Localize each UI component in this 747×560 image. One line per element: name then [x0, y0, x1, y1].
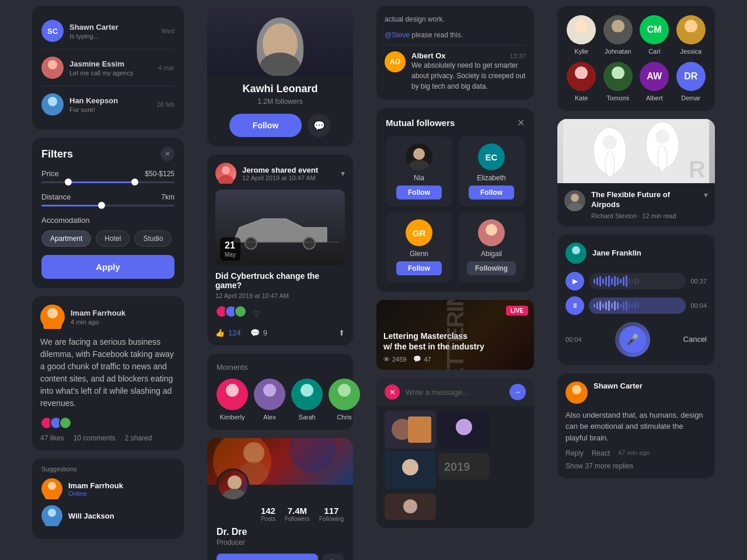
mutual-close-icon[interactable]: ✕ — [517, 117, 525, 128]
svg-rect-41 — [408, 416, 431, 443]
person-jessica[interactable]: Jessica — [676, 15, 706, 55]
avatar-shawn-reply — [566, 382, 588, 404]
profile-message-button[interactable]: Message — [217, 554, 318, 560]
apartment-option[interactable]: Apartment — [41, 230, 91, 247]
live-badge: LIVE — [506, 306, 528, 316]
avatar-jessica — [676, 15, 706, 44]
message-item-han[interactable]: Han Keepson For sure! 28 feb — [41, 89, 174, 120]
suggestions-card: Suggestions Imam Farrhouk Online Will Ja… — [32, 459, 184, 539]
voice-pause-button[interactable]: ⏸ — [566, 296, 584, 315]
follow-glenn-button[interactable]: Follow — [396, 261, 442, 275]
voice-play-button[interactable]: ▶ — [566, 272, 584, 290]
kawhi-followers: 1.2M followers — [217, 97, 344, 106]
svg-point-43 — [456, 419, 472, 435]
avatar-tomomi — [603, 62, 633, 91]
avatar-albert: AO — [385, 51, 406, 72]
person-johnatan[interactable]: Johnatan — [603, 15, 633, 55]
chat-placeholder: Write a message... — [406, 388, 504, 397]
article-chevron-icon[interactable]: ▾ — [704, 190, 708, 200]
svg-point-54 — [685, 20, 697, 33]
reaction-avatars — [40, 416, 176, 429]
post-chevron-icon[interactable]: ▾ — [341, 169, 345, 178]
chat-send-button[interactable]: → — [509, 384, 526, 400]
reply-time: 47 min ago — [618, 449, 650, 457]
people-grid-row1: Kylie Johnatan CM Carl Jess — [567, 15, 706, 55]
follow-elizabeth-button[interactable]: Follow — [469, 186, 514, 200]
person-kate[interactable]: Kate — [567, 62, 596, 102]
live-event-card[interactable]: LETTERING LIVE Lettering Masterclass w/ … — [376, 300, 534, 370]
avatar-carl: CM — [640, 15, 669, 44]
chat-image-3 — [385, 451, 436, 489]
waveform-2 — [589, 298, 686, 314]
moment-chris[interactable]: Chris — [329, 379, 360, 421]
distance-slider[interactable] — [41, 205, 174, 206]
studio-option[interactable]: Studio — [134, 230, 172, 247]
price-slider[interactable] — [41, 181, 174, 183]
mutual-item-glenn: GR Glenn Follow — [386, 212, 452, 282]
share-icon: ⬆ — [338, 328, 345, 337]
svg-point-51 — [570, 32, 592, 44]
svg-point-56 — [575, 66, 588, 79]
shawn-reply-text: Also understand that, as humans, design … — [566, 410, 707, 444]
message-item-shawn[interactable]: SC Shawn Carter Is typing... Wed — [41, 15, 174, 47]
post-date-jerome: 12 April 2019 at 10:47 AM — [242, 174, 335, 181]
svg-point-20 — [263, 384, 276, 397]
react-button[interactable]: React — [592, 449, 610, 457]
reply-button[interactable]: Reply — [566, 449, 584, 457]
avatar-shawn: SC — [41, 20, 64, 42]
kawhi-message-button[interactable]: 💬 — [308, 114, 331, 137]
apply-button[interactable]: Apply — [41, 255, 174, 279]
suggestions-title: Suggestions — [41, 466, 174, 473]
thumbs-up-icon: 👍 — [215, 328, 225, 337]
voice-cancel-button[interactable]: Cancel — [683, 335, 707, 344]
svg-point-62 — [605, 152, 615, 177]
albert-time: 13:37 — [509, 52, 526, 60]
filters-close-button[interactable]: ✕ — [160, 147, 174, 161]
person-demar[interactable]: DR Demar — [676, 62, 706, 102]
svg-point-55 — [680, 32, 702, 44]
chat-image-2 — [438, 411, 490, 449]
avatar-imam — [40, 304, 65, 329]
person-kylie[interactable]: Kylie — [567, 15, 596, 55]
like-button[interactable]: 👍 124 — [215, 328, 241, 337]
svg-point-53 — [607, 32, 629, 44]
svg-point-45 — [402, 459, 418, 475]
svg-point-30 — [228, 475, 242, 489]
airpods-title: The Flexible Future of Airpods — [591, 190, 698, 210]
svg-point-12 — [222, 166, 230, 174]
comment-button[interactable]: 💬 9 — [250, 328, 267, 337]
svg-point-16 — [303, 237, 315, 249]
profile-follow-person-button[interactable] — [323, 554, 344, 560]
person-carl[interactable]: CM Carl — [640, 15, 669, 55]
stat-following: 117 Following — [319, 506, 344, 522]
mic-button[interactable]: 🎤 — [615, 322, 650, 357]
share-button[interactable]: ⬆ — [338, 328, 345, 337]
svg-point-11 — [260, 52, 301, 76]
avatar-nia — [406, 144, 432, 170]
svg-point-2 — [48, 97, 57, 106]
kawhi-follow-button[interactable]: Follow — [229, 114, 302, 137]
avatar-suggestion-will — [41, 505, 62, 526]
hotel-option[interactable]: Hotel — [96, 230, 130, 247]
post-author: Imam Farrhouk — [71, 309, 125, 317]
follow-nia-button[interactable]: Follow — [396, 186, 442, 200]
following-abigail-button[interactable]: Following — [467, 261, 516, 275]
svg-point-36 — [409, 160, 430, 170]
post-heart-icon[interactable]: ♡ — [253, 309, 260, 318]
svg-point-0 — [48, 60, 57, 69]
avatar-abigail — [478, 219, 505, 246]
svg-point-28 — [243, 442, 264, 463]
svg-point-70 — [572, 246, 580, 254]
message-item-jasmine[interactable]: Jasmine Essim Let me call my agency 4 ma… — [41, 52, 174, 83]
svg-point-71 — [568, 255, 584, 264]
moment-alex[interactable]: Alex — [254, 379, 285, 421]
filters-title: Filters — [41, 148, 73, 160]
svg-point-52 — [612, 20, 624, 33]
moment-kimberly[interactable]: Kimberly — [217, 379, 248, 421]
show-more-replies-button[interactable]: Show 37 more replies — [566, 462, 707, 470]
moment-sarah[interactable]: Sarah — [291, 379, 323, 421]
kawhi-card: Kawhi Leonard 1.2M followers Follow 💬 — [207, 6, 353, 146]
chat-close-button[interactable]: ✕ — [385, 384, 400, 400]
person-albert[interactable]: AW Albert — [640, 62, 669, 102]
person-tomomi[interactable]: Tomomi — [603, 62, 633, 102]
